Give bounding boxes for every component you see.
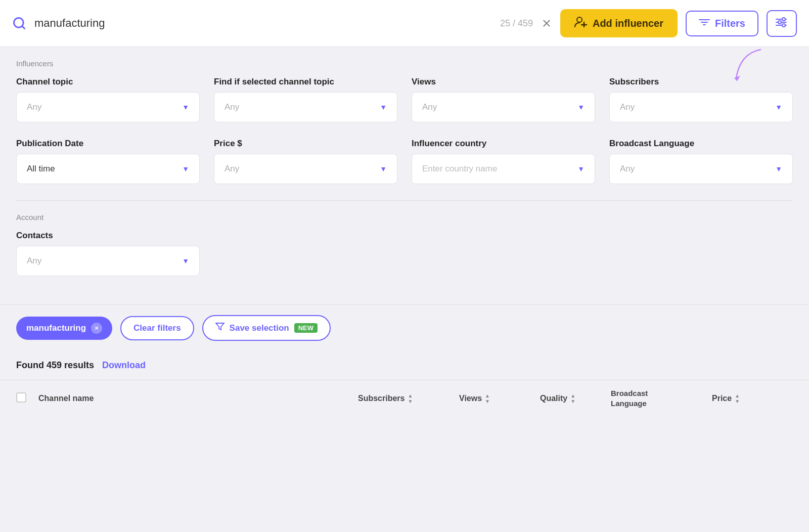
search-icon bbox=[12, 16, 26, 30]
table-header: Channel name Subscribers ▲▼ Views ▲▼ Qua… bbox=[0, 380, 809, 416]
contacts-label: Contacts bbox=[16, 231, 200, 241]
channel-name-col-label: Channel name bbox=[38, 394, 94, 403]
sort-icon: ▲▼ bbox=[570, 393, 575, 404]
broadcast-language-select[interactable]: Any ▼ bbox=[609, 154, 793, 184]
find-if-selected-group: Find if selected channel topic Any ▼ bbox=[214, 77, 397, 122]
chevron-down-icon: ▼ bbox=[775, 103, 782, 111]
add-influencer-label: Add influencer bbox=[593, 18, 663, 29]
tag-label: manufacturing bbox=[26, 323, 86, 333]
views-col-label: Views bbox=[459, 394, 482, 403]
add-influencer-icon bbox=[574, 16, 588, 30]
manufacturing-tag[interactable]: manufacturing × bbox=[16, 317, 112, 340]
subscribers-label: Subscribers bbox=[609, 77, 793, 87]
publication-date-value: All time bbox=[27, 164, 55, 174]
search-count: 25 / 459 bbox=[500, 18, 533, 29]
subscribers-col-label: Subscribers bbox=[358, 394, 404, 403]
sort-icon: ▲▼ bbox=[408, 393, 413, 404]
channel-topic-label: Channel topic bbox=[16, 77, 200, 87]
price-col-header[interactable]: Price ▲▼ bbox=[712, 393, 793, 404]
remove-tag-icon[interactable]: × bbox=[91, 323, 102, 334]
channel-topic-group: Channel topic Any ▼ bbox=[16, 77, 200, 122]
select-all-checkbox[interactable] bbox=[16, 392, 26, 403]
influencer-country-select[interactable]: Enter country name ▼ bbox=[412, 154, 595, 184]
filter-row-2: Publication Date All time ▼ Price $ Any … bbox=[16, 139, 793, 184]
broadcast-language-col-label: Broadcast Language bbox=[611, 388, 648, 408]
chevron-down-icon: ▼ bbox=[577, 103, 585, 111]
svg-point-4 bbox=[577, 17, 582, 22]
subscribers-col-header[interactable]: Subscribers ▲▼ bbox=[358, 393, 459, 404]
broadcast-language-group: Broadcast Language Any ▼ bbox=[609, 139, 793, 184]
chevron-down-icon: ▼ bbox=[380, 103, 387, 111]
views-value: Any bbox=[422, 102, 437, 112]
svg-point-13 bbox=[778, 21, 781, 24]
channel-name-col-header: Channel name bbox=[38, 394, 358, 403]
filters-label: Filters bbox=[715, 18, 745, 29]
account-section: Account Contacts Any ▼ bbox=[16, 213, 793, 276]
section-divider bbox=[16, 200, 793, 201]
contacts-group: Contacts Any ▼ bbox=[16, 231, 200, 276]
svg-point-15 bbox=[782, 24, 785, 27]
add-influencer-button[interactable]: Add influencer bbox=[560, 9, 678, 37]
publication-date-label: Publication Date bbox=[16, 139, 200, 149]
select-all-checkbox-col bbox=[16, 392, 38, 405]
chevron-down-icon: ▼ bbox=[380, 165, 387, 173]
subscribers-value: Any bbox=[620, 102, 635, 112]
sort-icon: ▲▼ bbox=[485, 393, 490, 404]
save-selection-label: Save selection bbox=[230, 323, 289, 333]
contacts-value: Any bbox=[27, 256, 41, 266]
subscribers-select[interactable]: Any ▼ bbox=[609, 92, 793, 122]
contacts-select[interactable]: Any ▼ bbox=[16, 246, 200, 276]
account-section-label: Account bbox=[16, 213, 793, 221]
views-group: Views Any ▼ bbox=[412, 77, 595, 122]
broadcast-language-label: Broadcast Language bbox=[609, 139, 793, 149]
price-select[interactable]: Any ▼ bbox=[214, 154, 397, 184]
main-content: Influencers Channel topic Any ▼ Find if … bbox=[0, 47, 809, 304]
views-col-header[interactable]: Views ▲▼ bbox=[459, 393, 540, 404]
price-col-label: Price bbox=[712, 394, 732, 403]
save-selection-button[interactable]: Save selection NEW bbox=[202, 315, 331, 341]
subscribers-group: Subscribers Any ▼ bbox=[609, 77, 793, 122]
price-label: Price $ bbox=[214, 139, 397, 149]
find-if-selected-label: Find if selected channel topic bbox=[214, 77, 397, 87]
settings-button[interactable] bbox=[767, 10, 797, 37]
chevron-down-icon: ▼ bbox=[775, 165, 782, 173]
influencers-section-label: Influencers bbox=[16, 59, 793, 68]
quality-col-header[interactable]: Quality ▲▼ bbox=[540, 393, 611, 404]
filter-row-1: Channel topic Any ▼ Find if selected cha… bbox=[16, 77, 793, 122]
find-if-selected-value: Any bbox=[224, 102, 239, 112]
filters-button[interactable]: Filters bbox=[686, 11, 758, 36]
found-results-text: Found 459 results bbox=[16, 360, 94, 371]
clear-search-button[interactable] bbox=[541, 18, 552, 29]
publication-date-select[interactable]: All time ▼ bbox=[16, 154, 200, 184]
results-bar: Found 459 results Download bbox=[0, 351, 809, 380]
clear-filters-label: Clear filters bbox=[133, 323, 181, 333]
filters-icon bbox=[699, 18, 710, 29]
chevron-down-icon: ▼ bbox=[182, 165, 189, 173]
views-select[interactable]: Any ▼ bbox=[412, 92, 595, 122]
influencer-country-placeholder: Enter country name bbox=[422, 164, 497, 174]
clear-filters-button[interactable]: Clear filters bbox=[120, 316, 194, 340]
broadcast-language-col-header: Broadcast Language bbox=[611, 388, 712, 408]
publication-date-group: Publication Date All time ▼ bbox=[16, 139, 200, 184]
influencer-country-label: Influencer country bbox=[412, 139, 595, 149]
channel-topic-value: Any bbox=[27, 102, 41, 112]
channel-topic-select[interactable]: Any ▼ bbox=[16, 92, 200, 122]
new-badge: NEW bbox=[294, 323, 318, 333]
chevron-down-icon: ▼ bbox=[182, 257, 189, 265]
broadcast-language-value: Any bbox=[620, 164, 635, 174]
search-input[interactable] bbox=[34, 17, 492, 30]
find-if-selected-select[interactable]: Any ▼ bbox=[214, 92, 397, 122]
views-label: Views bbox=[412, 77, 595, 87]
sort-icon: ▲▼ bbox=[735, 393, 740, 404]
settings-icon bbox=[776, 17, 788, 30]
chevron-down-icon: ▼ bbox=[577, 165, 585, 173]
svg-point-11 bbox=[782, 18, 785, 21]
price-group: Price $ Any ▼ bbox=[214, 139, 397, 184]
price-value: Any bbox=[224, 164, 239, 174]
filter-icon bbox=[215, 322, 224, 334]
bottom-bar: manufacturing × Clear filters Save selec… bbox=[0, 304, 809, 351]
download-link[interactable]: Download bbox=[102, 360, 146, 371]
influencer-country-group: Influencer country Enter country name ▼ bbox=[412, 139, 595, 184]
search-bar: 25 / 459 Add influencer Filters bbox=[0, 0, 809, 47]
chevron-down-icon: ▼ bbox=[182, 103, 189, 111]
